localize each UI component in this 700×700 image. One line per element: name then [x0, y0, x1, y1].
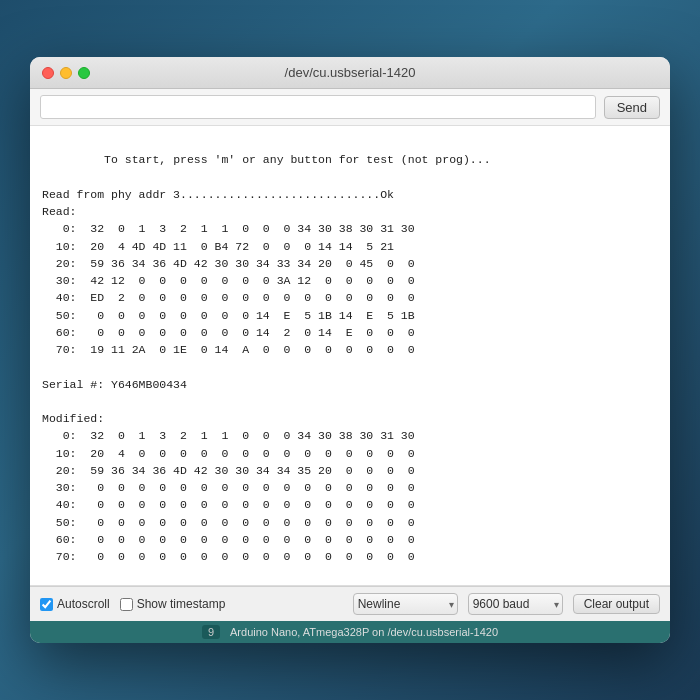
maximize-button[interactable]: [78, 67, 90, 79]
device-label: Arduino Nano, ATmega328P on /dev/cu.usbs…: [230, 626, 498, 638]
show-timestamp-checkbox[interactable]: [120, 598, 133, 611]
baud-wrapper: 300 baud 1200 baud 2400 baud 4800 baud 9…: [468, 593, 563, 615]
serial-monitor-window: /dev/cu.usbserial-1420 Send To start, pr…: [30, 57, 670, 643]
minimize-button[interactable]: [60, 67, 72, 79]
traffic-lights: [42, 67, 90, 79]
output-area: To start, press 'm' or any button for te…: [30, 126, 670, 586]
statusbar: Autoscroll Show timestamp Newline No lin…: [30, 586, 670, 621]
show-timestamp-text: Show timestamp: [137, 597, 226, 611]
send-button[interactable]: Send: [604, 96, 660, 119]
show-timestamp-label[interactable]: Show timestamp: [120, 597, 226, 611]
port-badge: 9: [202, 625, 220, 639]
autoscroll-checkbox[interactable]: [40, 598, 53, 611]
autoscroll-text: Autoscroll: [57, 597, 110, 611]
newline-select[interactable]: Newline No line ending Carriage return B…: [353, 593, 458, 615]
baud-select[interactable]: 300 baud 1200 baud 2400 baud 4800 baud 9…: [468, 593, 563, 615]
bottom-bar: 9 Arduino Nano, ATmega328P on /dev/cu.us…: [30, 621, 670, 643]
newline-wrapper: Newline No line ending Carriage return B…: [353, 593, 458, 615]
window-title: /dev/cu.usbserial-1420: [285, 65, 416, 80]
clear-output-button[interactable]: Clear output: [573, 594, 660, 614]
toolbar: Send: [30, 89, 670, 126]
output-text: To start, press 'm' or any button for te…: [42, 153, 491, 586]
close-button[interactable]: [42, 67, 54, 79]
autoscroll-label[interactable]: Autoscroll: [40, 597, 110, 611]
message-input[interactable]: [40, 95, 596, 119]
titlebar: /dev/cu.usbserial-1420: [30, 57, 670, 89]
